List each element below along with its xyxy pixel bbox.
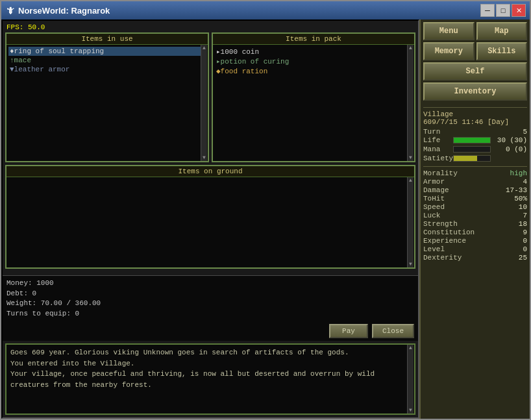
list-item[interactable]: ↑mace [8,56,206,65]
window-title: NorseWorld: Ragnarok [18,6,110,16]
luck-value: 7 [523,212,527,219]
damage-stat-row: Damage 17-33 [423,186,527,194]
satiety-stat-row: Satiety [423,154,527,162]
items-in-use-panel: Items in use ♦ring of soul trapping ↑mac… [5,32,209,162]
experience-stat-row: Experience 0 [423,237,527,245]
items-in-pack-content: ▸1000 coin ▸potion of curing ◆food ratio… [213,45,414,161]
speed-label: Speed [423,203,445,211]
turn-label: Turn [423,128,440,136]
turn-stat-row: Turn 5 [423,128,527,136]
level-stat-row: Level 0 [423,245,527,253]
skills-button[interactable]: Skills [476,42,528,60]
message-line-2: You entered into the Village. [10,358,410,369]
mana-label: Mana [423,145,451,153]
strength-stat-row: Strength 18 [423,220,527,228]
sidebar-button-group: Menu Map Memory Skills Self Inventory [423,22,527,101]
stats-footer: Money: 1000 Debt: 0 Weight: 70.00 / 360.… [3,275,418,321]
title-bar: 🗡 NorseWorld: Ragnarok ─ □ ✕ [1,1,530,19]
datetime-display: 609/7/15 11:46 [Day] [423,118,527,126]
scroll-up-icon: ▲ [409,178,412,183]
scroll-down-icon: ▼ [409,408,412,413]
list-item[interactable]: ▸1000 coin [215,47,412,56]
experience-value: 0 [523,237,527,245]
morality-value: high [510,169,527,177]
main-content: FPS: 50.0 Items in use ♦ring of soul tra… [1,19,530,419]
maximize-button[interactable]: □ [496,4,510,17]
morality-stat-row: Morality high [423,169,527,177]
dexterity-value: 25 [519,254,527,262]
mana-bar-container [453,146,491,153]
list-item[interactable]: ♦ring of soul trapping [8,47,206,56]
close-button[interactable]: ✕ [512,4,526,17]
damage-value: 17-33 [506,186,527,194]
items-on-ground-title: Items on ground [6,166,414,177]
armor-label: Armor [423,178,445,186]
list-item[interactable]: ▸potion of curing [215,56,412,66]
life-bar-container [453,137,491,143]
dexterity-label: Dexterity [423,254,462,262]
scroll-bar[interactable]: ▲ ▼ [407,45,414,161]
dexterity-stat-row: Dexterity 25 [423,254,527,262]
message-line-1: Goes 609 year. Glorious viking Unknown g… [10,347,410,358]
inventory-button[interactable]: Inventory [423,82,527,101]
message-line-3: Your village, once peaceful and thriving… [10,369,410,380]
constitution-value: 9 [523,229,527,236]
list-item[interactable]: ▼leather armor [8,65,206,74]
level-value: 0 [523,245,527,253]
menu-button[interactable]: Menu [423,22,475,40]
turns-stat: Turns to equip: 0 [6,309,414,319]
message-log: Goes 609 year. Glorious viking Unknown g… [5,343,415,415]
scroll-bar[interactable]: ▲ ▼ [201,45,207,161]
satiety-bar-container [453,155,491,162]
money-stat: Money: 1000 [6,278,414,288]
top-panels: Items in use ♦ring of soul trapping ↑mac… [5,32,415,162]
scroll-down-icon: ▼ [409,262,412,267]
close-inventory-button[interactable]: Close [372,324,414,338]
life-bar [454,138,490,143]
minimize-button[interactable]: ─ [480,4,495,17]
items-in-pack-panel: Items in pack ▸1000 coin ▸potion of curi… [212,32,415,162]
mana-value: 0 (0) [493,145,527,153]
satiety-label: Satiety [423,154,451,162]
weight-stat: Weight: 70.00 / 360.00 [6,299,414,308]
armor-stat-row: Armor 4 [423,178,527,186]
strength-label: Strength [423,220,458,228]
memory-button[interactable]: Memory [423,42,475,60]
fps-display: FPS: 50.0 [4,22,47,32]
self-button[interactable]: Self [423,62,527,80]
location-display: Village [423,110,527,118]
map-button[interactable]: Map [476,22,528,40]
right-sidebar: Menu Map Memory Skills Self Inventory Vi… [419,19,530,419]
game-area: FPS: 50.0 Items in use ♦ring of soul tra… [1,19,419,419]
app-window: 🗡 NorseWorld: Ragnarok ─ □ ✕ FPS: 50.0 I… [0,0,531,420]
scroll-up-icon: ▲ [409,345,412,351]
speed-value: 10 [519,203,527,211]
life-value: 30 (30) [493,136,527,144]
armor-value: 4 [523,178,527,186]
constitution-label: Constitution [423,229,475,236]
morality-label: Morality [423,169,458,177]
window-controls: ─ □ ✕ [480,4,526,17]
list-item[interactable]: ◆food ration [215,66,412,76]
scroll-down-icon: ▼ [409,155,412,160]
separator [423,107,527,108]
life-label: Life [423,136,451,144]
items-in-pack-title: Items in pack [213,34,414,45]
tohit-stat-row: ToHit 50% [423,195,527,203]
items-in-use-content: ♦ring of soul trapping ↑mace ▼leather ar… [6,45,208,161]
scroll-down-icon: ▼ [203,155,206,160]
debt-stat: Debt: 0 [6,289,414,299]
scroll-bar[interactable]: ▲ ▼ [407,177,414,267]
pay-button[interactable]: Pay [329,324,368,338]
speed-stat-row: Speed 10 [423,203,527,211]
message-scroll-bar[interactable]: ▲ ▼ [407,345,414,414]
damage-label: Damage [423,186,449,194]
constitution-stat-row: Constitution 9 [423,229,527,236]
message-line-4: creatures from the nearby forest. [10,380,410,391]
items-on-ground-content: ▲ ▼ [6,177,414,267]
experience-label: Experience [423,237,466,245]
mana-stat-row: Mana 0 (0) [423,145,527,153]
action-buttons: Pay Close [3,321,418,341]
turn-value: 5 [523,128,527,136]
strength-value: 18 [519,220,527,228]
